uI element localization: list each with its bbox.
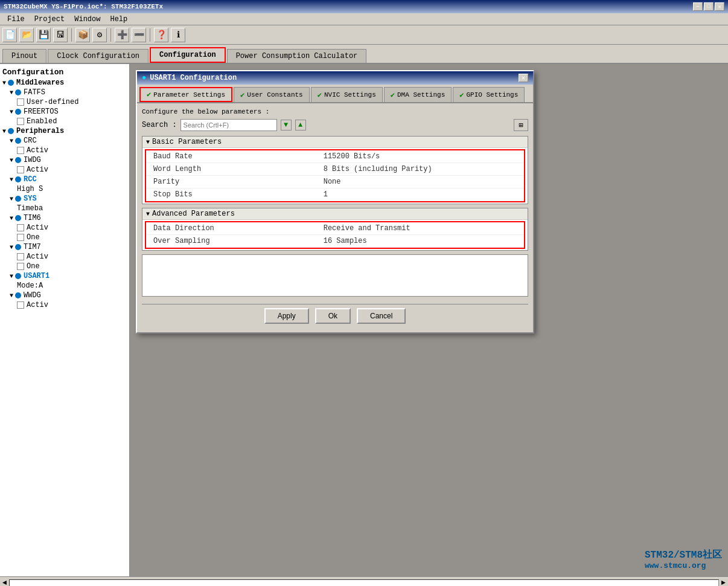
tab-parameter-settings[interactable]: ✔ Parameter Settings bbox=[139, 87, 232, 102]
basic-params-group: Baud Rate 115200 Bits/s Word Length 8 Bi… bbox=[145, 149, 525, 202]
wwdg-activ: Activ bbox=[17, 300, 127, 310]
iwdg-checkbox[interactable] bbox=[17, 166, 24, 173]
tab-gpio-settings[interactable]: ✔ GPIO Settings bbox=[453, 87, 525, 102]
word-length-label: Word Length bbox=[146, 163, 316, 176]
wwdg-bullet bbox=[15, 292, 21, 298]
usart1-collapse[interactable]: ▼ bbox=[10, 273, 13, 280]
fatfs-label[interactable]: FATFS bbox=[24, 88, 45, 97]
toolbar-open[interactable]: 📂 bbox=[19, 28, 34, 42]
tim6-one-checkbox[interactable] bbox=[17, 234, 24, 241]
fatfs-collapse[interactable]: ▼ bbox=[10, 89, 13, 96]
tab-dma-settings[interactable]: ✔ DMA Settings bbox=[384, 87, 452, 102]
scroll-left-btn[interactable]: ◄ bbox=[2, 579, 7, 587]
search-next-button[interactable]: ▼ bbox=[281, 120, 292, 130]
fatfs-userdefined-checkbox[interactable] bbox=[17, 98, 24, 106]
tim6-collapse[interactable]: ▼ bbox=[10, 215, 13, 222]
tree-fatfs: ▼ FATFS bbox=[10, 88, 127, 97]
fatfs-group: User-defined bbox=[17, 97, 127, 107]
tim6-checkbox[interactable] bbox=[17, 224, 24, 231]
wwdg-collapse[interactable]: ▼ bbox=[10, 292, 13, 299]
toolbar-import[interactable]: 📦 bbox=[75, 28, 90, 42]
search-input[interactable] bbox=[180, 119, 277, 131]
table-row: Stop Bits 1 bbox=[146, 188, 524, 201]
toolbar-save-as[interactable]: 🖫 bbox=[53, 28, 68, 42]
basic-params-toggle[interactable]: ▼ bbox=[146, 139, 150, 146]
crc-checkbox[interactable] bbox=[17, 147, 24, 154]
rcc-collapse[interactable]: ▼ bbox=[10, 176, 13, 183]
tim7-checkbox[interactable] bbox=[17, 253, 24, 260]
tab-pinout[interactable]: Pinout bbox=[2, 49, 46, 63]
wwdg-checkbox[interactable] bbox=[17, 301, 24, 309]
basic-params-title: Basic Parameters bbox=[152, 138, 222, 146]
toolbar-separator-3 bbox=[150, 28, 150, 42]
freertos-label[interactable]: FREERTOS bbox=[24, 108, 59, 116]
baud-rate-value[interactable]: 115200 Bits/s bbox=[316, 150, 524, 163]
toolbar-add[interactable]: ➕ bbox=[115, 28, 129, 42]
data-direction-value[interactable]: Receive and Transmit bbox=[316, 222, 524, 235]
menu-help[interactable]: Help bbox=[105, 14, 132, 25]
tab-user-label: User Constants bbox=[247, 91, 302, 98]
close-button[interactable]: ✕ bbox=[715, 2, 724, 11]
menu-project[interactable]: Project bbox=[30, 14, 69, 25]
main-tabs: Pinout Clock Configuration Configuration… bbox=[0, 45, 728, 64]
usart1-label[interactable]: USART1 bbox=[24, 272, 49, 280]
advanced-params-group: Data Direction Receive and Transmit Over… bbox=[145, 221, 525, 249]
menu-file[interactable]: File bbox=[2, 14, 30, 25]
dialog-close-button[interactable]: ✕ bbox=[519, 74, 528, 82]
tim7-label[interactable]: TIM7 bbox=[24, 243, 41, 251]
tim7-collapse[interactable]: ▼ bbox=[10, 244, 13, 251]
toolbar-save[interactable]: 💾 bbox=[36, 28, 51, 42]
sys-collapse[interactable]: ▼ bbox=[10, 196, 13, 202]
crc-label[interactable]: CRC bbox=[24, 137, 37, 145]
minimize-button[interactable]: ─ bbox=[693, 2, 703, 11]
toolbar-separator-1 bbox=[71, 28, 72, 42]
tim6-label[interactable]: TIM6 bbox=[24, 214, 41, 222]
iwdg-label[interactable]: IWDG bbox=[24, 156, 41, 164]
ok-button[interactable]: Ok bbox=[315, 308, 351, 324]
rcc-sub: High S bbox=[17, 184, 127, 194]
tab-clock[interactable]: Clock Configuration bbox=[48, 49, 148, 63]
middlewares-collapse[interactable]: ▼ bbox=[2, 80, 6, 86]
data-direction-label: Data Direction bbox=[146, 222, 316, 235]
usart1-group: Mode:A bbox=[17, 281, 127, 291]
sys-label[interactable]: SYS bbox=[24, 195, 37, 203]
word-length-value[interactable]: 8 Bits (including Parity) bbox=[316, 163, 524, 176]
toolbar-info[interactable]: ℹ bbox=[171, 28, 185, 42]
sys-group: Timeba bbox=[17, 204, 127, 213]
search-label: Search : bbox=[142, 121, 177, 129]
scroll-right-btn[interactable]: ► bbox=[721, 579, 726, 587]
cancel-button[interactable]: Cancel bbox=[357, 308, 406, 324]
tab-power[interactable]: Power Consumption Calculator bbox=[227, 49, 367, 63]
over-sampling-value[interactable]: 16 Samples bbox=[316, 235, 524, 248]
rcc-label[interactable]: RCC bbox=[24, 175, 37, 184]
toolbar-new[interactable]: 📄 bbox=[2, 28, 17, 42]
dialog-notes-area[interactable] bbox=[142, 254, 528, 297]
menu-window[interactable]: Window bbox=[69, 14, 105, 25]
apply-button[interactable]: Apply bbox=[264, 308, 309, 324]
tim7-one-checkbox[interactable] bbox=[17, 263, 24, 270]
toolbar-generate[interactable]: ⚙ bbox=[92, 28, 107, 42]
crc-collapse[interactable]: ▼ bbox=[10, 138, 13, 144]
wwdg-label[interactable]: WWDG bbox=[24, 291, 41, 300]
iwdg-collapse[interactable]: ▼ bbox=[10, 157, 13, 164]
scroll-track[interactable] bbox=[9, 579, 719, 587]
toolbar-remove[interactable]: ➖ bbox=[132, 28, 146, 42]
search-prev-button[interactable]: ▲ bbox=[295, 120, 306, 130]
tab-user-constants[interactable]: ✔ User Constants bbox=[234, 87, 310, 102]
peripherals-collapse[interactable]: ▼ bbox=[2, 128, 6, 135]
toolbar-help[interactable]: ❓ bbox=[154, 28, 168, 42]
maximize-button[interactable]: □ bbox=[704, 2, 714, 11]
tab-configuration[interactable]: Configuration bbox=[150, 47, 226, 63]
tab-nvic-settings[interactable]: ✔ NVIC Settings bbox=[311, 87, 383, 102]
advanced-params-toggle[interactable]: ▼ bbox=[146, 211, 150, 217]
tim7-bullet bbox=[15, 244, 21, 250]
basic-params-header: ▼ Basic Parameters bbox=[142, 137, 528, 148]
stop-bits-value[interactable]: 1 bbox=[316, 188, 524, 201]
freertos-enabled-checkbox[interactable] bbox=[17, 118, 24, 125]
basic-params-container: ▼ Basic Parameters Baud Rate 115200 Bits… bbox=[142, 136, 528, 204]
search-grid-button[interactable]: ⊞ bbox=[514, 119, 528, 131]
freertos-collapse[interactable]: ▼ bbox=[10, 109, 13, 115]
status-bar: ◄ ► bbox=[0, 576, 728, 586]
parity-value[interactable]: None bbox=[316, 176, 524, 188]
dialog-body: Configure the below parameters : Search … bbox=[137, 103, 533, 332]
